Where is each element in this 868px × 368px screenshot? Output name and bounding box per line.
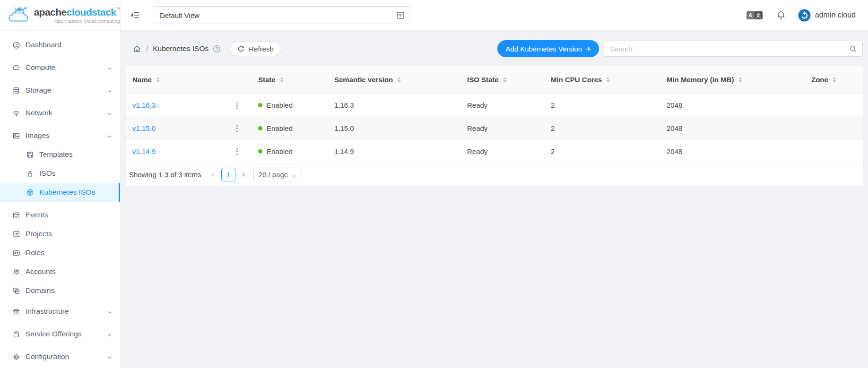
main-column: Default View A 文 admin cloud [121, 0, 868, 368]
version-link[interactable]: v1.15.0 [132, 124, 156, 132]
sort-icon [738, 77, 742, 83]
sort-icon [606, 77, 610, 83]
breadcrumb-separator: / [146, 45, 148, 53]
header-actions: A 文 admin cloud [746, 9, 856, 22]
chevron-down-icon [107, 331, 113, 337]
sidebar-item-dashboard[interactable]: Dashboard [0, 35, 120, 54]
chevron-down-icon [107, 65, 113, 70]
sidebar-item-infrastructure[interactable]: Infrastructure [0, 302, 120, 321]
add-button-label: Add Kubernetes Version [505, 45, 582, 53]
sidebar-item-label: Roles [26, 248, 44, 257]
min-memory-value: 2048 [660, 94, 805, 117]
next-page-icon[interactable] [238, 168, 249, 181]
brand-trademark: ™ [116, 7, 121, 11]
brand-logo[interactable]: apachecloudstack™ open source cloud comp… [0, 0, 120, 31]
cloudstack-monkey-logo-icon [7, 3, 33, 27]
home-icon[interactable] [132, 44, 141, 53]
min-memory-value: 2048 [660, 140, 805, 163]
sidebar-item-templates[interactable]: Templates [0, 145, 120, 164]
user-avatar[interactable] [798, 9, 811, 22]
column-header-zone[interactable]: Zone [805, 66, 863, 94]
zone-value [805, 94, 863, 117]
refresh-button[interactable]: Refresh [230, 42, 281, 56]
sidebar-item-projects[interactable]: Projects [0, 224, 120, 243]
sidebar-item-roles[interactable]: Roles [0, 243, 120, 262]
wifi-icon [12, 109, 20, 117]
sidebar-item-label: Storage [26, 86, 51, 94]
chevron-down-icon [292, 172, 297, 177]
min-cpu-value: 2 [545, 140, 660, 163]
table-row: v1.14.9 Enabled 1.14.9 Ready 2 2048 [126, 140, 863, 163]
search-icon[interactable] [849, 45, 857, 53]
chevron-down-icon [107, 110, 113, 116]
sidebar-item-label: Dashboard [26, 41, 61, 49]
block-icon [12, 287, 20, 295]
sidebar-item-compute[interactable]: Compute [0, 58, 120, 77]
column-header-min-memory[interactable]: Min Memory (in MB) [660, 66, 805, 94]
save-icon [26, 151, 34, 159]
table-row: v1.15.0 Enabled 1.15.0 Ready 2 2048 [126, 117, 863, 140]
sort-icon [156, 77, 160, 83]
sidebar-item-kubernetes-isos[interactable]: Kubernetes ISOs [0, 183, 120, 202]
sidebar-item-label: Templates [39, 150, 73, 159]
table-header-row: Name State Semantic version ISO State Mi… [126, 66, 863, 94]
sidebar-collapse-icon[interactable] [130, 10, 140, 20]
sidebar-item-storage[interactable]: Storage [0, 81, 120, 100]
sidebar-item-label: Network [26, 109, 52, 117]
brand-apache: apache [34, 7, 66, 17]
help-icon[interactable] [213, 45, 221, 53]
top-header-bar: Default View A 文 admin cloud [121, 0, 868, 31]
chevron-up-icon [107, 133, 113, 138]
sidebar-item-service-offerings[interactable]: Service Offerings [0, 325, 120, 343]
sidebar-item-configuration[interactable]: Configuration [0, 347, 120, 366]
notifications-bell-icon[interactable] [776, 10, 786, 20]
semantic-version-value: 1.14.9 [328, 140, 461, 163]
previous-page-icon[interactable] [208, 168, 218, 181]
row-actions-menu-icon[interactable] [232, 147, 242, 156]
kubernetes-isos-table: Name State Semantic version ISO State Mi… [126, 66, 863, 163]
page-content: / Kubernetes ISOs Refresh Add Kubernete [121, 31, 868, 368]
column-header-state[interactable]: State [252, 66, 328, 94]
row-actions-menu-icon[interactable] [232, 101, 242, 110]
sidebar-item-label: Service Offerings [26, 330, 82, 338]
page-title: Kubernetes ISOs [153, 44, 208, 53]
column-header-name[interactable]: Name [126, 66, 252, 94]
page-number-button[interactable]: 1 [221, 168, 235, 181]
version-link[interactable]: v1.16.3 [132, 101, 156, 109]
sidebar-item-isos[interactable]: ISOs [0, 164, 120, 183]
search-input[interactable] [610, 45, 849, 53]
status-dot-enabled [258, 126, 262, 130]
project-view-value: Default View [160, 11, 200, 19]
iso-state-value: Ready [461, 117, 545, 140]
project-view-selector[interactable]: Default View [153, 6, 410, 24]
sidebar-item-label: Images [26, 131, 50, 140]
min-cpu-value: 2 [545, 94, 660, 117]
sidebar-item-label: ISOs [39, 169, 55, 178]
project-icon[interactable] [396, 11, 405, 20]
state-value: Enabled [267, 124, 293, 132]
sidebar-item-events[interactable]: Events [0, 205, 120, 224]
chevron-down-icon [107, 354, 113, 359]
iso-state-value: Ready [461, 140, 545, 163]
page-size-select[interactable]: 20 / page [253, 168, 303, 181]
column-header-min-cpu-cores[interactable]: Min CPU Cores [545, 66, 660, 94]
sidebar-item-network[interactable]: Network [0, 103, 120, 122]
username[interactable]: admin cloud [815, 11, 856, 19]
language-icon[interactable]: A 文 [746, 11, 763, 19]
sidebar-item-label: Domains [26, 286, 54, 295]
column-header-iso-state[interactable]: ISO State [461, 66, 545, 94]
sidebar-item-images[interactable]: Images [0, 126, 120, 145]
add-kubernetes-version-button[interactable]: Add Kubernetes Version + [497, 40, 599, 57]
reload-icon [237, 45, 244, 52]
row-actions-menu-icon[interactable] [232, 124, 242, 133]
column-header-semantic-version[interactable]: Semantic version [328, 66, 461, 94]
sidebar-item-accounts[interactable]: Accounts [0, 262, 120, 281]
usb-icon [26, 170, 34, 178]
sort-icon [397, 77, 401, 83]
refresh-label: Refresh [249, 45, 274, 53]
sidebar: apachecloudstack™ open source cloud comp… [0, 0, 121, 368]
sidebar-item-domains[interactable]: Domains [0, 281, 120, 300]
min-cpu-value: 2 [545, 117, 660, 140]
version-link[interactable]: v1.14.9 [132, 147, 156, 155]
breadcrumb: / Kubernetes ISOs Refresh [126, 42, 281, 56]
